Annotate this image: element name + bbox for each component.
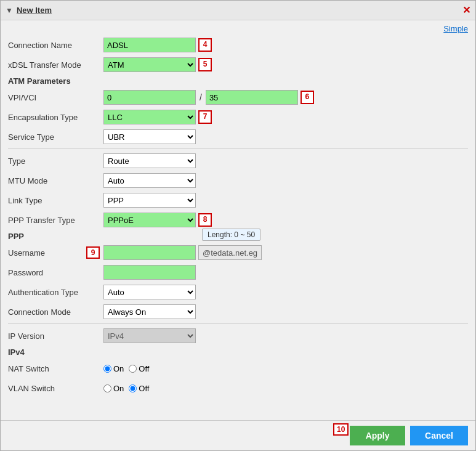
mtu-mode-select[interactable]: Auto Manual	[103, 173, 196, 188]
atm-params-title: ATM Parameters	[8, 76, 468, 86]
vci-input[interactable]	[206, 90, 298, 105]
step-badge-6: 6	[301, 91, 314, 104]
encapsulation-label: Encapsulation Type	[8, 113, 103, 122]
link-type-wrap: PPP IPoE	[103, 193, 196, 208]
vlan-off-radio[interactable]	[129, 384, 137, 392]
mtu-mode-row: MTU Mode Auto Manual	[8, 173, 468, 189]
encapsulation-wrap: LLC VC-Mux 7	[103, 110, 212, 124]
link-type-select[interactable]: PPP IPoE	[103, 193, 196, 208]
step-badge-4: 4	[198, 38, 212, 52]
ppp-transfer-row: PPP Transfer Type PPPoE PPPoA 8 Length: …	[8, 212, 468, 228]
ipv4-section-title: IPv4	[8, 347, 468, 357]
cancel-button[interactable]: Cancel	[410, 426, 468, 445]
mtu-mode-label: MTU Mode	[8, 176, 103, 185]
auth-type-wrap: Auto PAP CHAP MS-CHAP	[103, 285, 196, 299]
type-row: Type Route Bridge	[8, 153, 468, 169]
nat-switch-row: NAT Switch On Off	[8, 360, 468, 376]
password-wrap	[103, 265, 196, 280]
nat-off-text: Off	[139, 364, 149, 373]
vpi-input[interactable]	[103, 90, 196, 105]
username-input[interactable]	[103, 245, 196, 260]
vpi-vci-wrap: / 6	[103, 90, 314, 105]
footer-buttons: 10 Apply Cancel	[1, 420, 475, 450]
vpi-vci-label: VPI/VCI	[8, 93, 103, 102]
title-bar: ▼ New Item ✕	[1, 1, 475, 20]
connection-name-label: Connection Name	[8, 41, 103, 50]
step-badge-9: 9	[86, 246, 100, 259]
service-type-label: Service Type	[8, 132, 103, 142]
nat-off-radio[interactable]	[129, 365, 137, 373]
ppp-transfer-label: PPP Transfer Type	[8, 216, 103, 225]
encapsulation-row: Encapsulation Type LLC VC-Mux 7	[8, 109, 468, 125]
vpi-vci-slash: /	[198, 92, 203, 102]
nat-on-label[interactable]: On	[103, 364, 124, 373]
vlan-on-radio[interactable]	[103, 384, 111, 392]
auth-type-label: Authentication Type	[8, 288, 103, 297]
xdsl-transfer-mode-row: xDSL Transfer Mode ATM PTM 5	[8, 57, 468, 73]
vlan-switch-label: VLAN Switch	[8, 384, 103, 393]
divider-1	[8, 148, 468, 149]
vlan-off-label[interactable]: Off	[129, 384, 149, 393]
link-type-label: Link Type	[8, 196, 103, 205]
nat-off-label[interactable]: Off	[129, 364, 149, 373]
step-badge-5: 5	[198, 58, 212, 71]
xdsl-transfer-mode-label: xDSL Transfer Mode	[8, 60, 103, 70]
connection-name-wrap: 4	[103, 38, 212, 52]
collapse-arrow-icon[interactable]: ▼	[6, 6, 13, 15]
connection-mode-wrap: Always On Dial on Demand Manual	[103, 304, 196, 319]
link-type-row: Link Type PPP IPoE	[8, 192, 468, 208]
password-label: Password	[8, 268, 103, 277]
ip-version-label: IP Version	[8, 331, 103, 341]
ip-version-row: IP Version IPv4 IPv6 IPv4/IPv6	[8, 328, 468, 344]
vlan-off-text: Off	[139, 384, 149, 393]
nat-switch-label: NAT Switch	[8, 364, 103, 373]
vlan-on-text: On	[113, 384, 124, 393]
service-type-row: Service Type UBR CBR VBR-nrt VBR-rt	[8, 129, 468, 145]
title-bar-left: ▼ New Item	[6, 6, 52, 15]
connection-mode-row: Connection Mode Always On Dial on Demand…	[8, 304, 468, 320]
type-select[interactable]: Route Bridge	[103, 153, 196, 168]
username-suffix: @tedata.net.eg	[198, 245, 262, 260]
nat-on-radio[interactable]	[103, 365, 111, 373]
connection-name-row: Connection Name 4	[8, 37, 468, 53]
vlan-on-label[interactable]: On	[103, 384, 124, 393]
simple-link[interactable]: Simple	[1, 20, 475, 35]
nat-switch-group: On Off	[103, 364, 149, 373]
username-row: Username 9 @tedata.net.eg	[8, 245, 468, 261]
divider-2	[8, 323, 468, 324]
auth-type-row: Authentication Type Auto PAP CHAP MS-CHA…	[8, 284, 468, 300]
type-label: Type	[8, 156, 103, 166]
tooltip-length: Length: 0 ~ 50	[202, 229, 260, 241]
password-input[interactable]	[103, 265, 196, 280]
step-badge-10: 10	[333, 423, 349, 436]
xdsl-transfer-mode-wrap: ATM PTM 5	[103, 57, 212, 72]
main-window: ▼ New Item ✕ Simple Connection Name 4 xD…	[0, 0, 476, 451]
xdsl-transfer-mode-select[interactable]: ATM PTM	[103, 57, 196, 72]
step-badge-7: 7	[198, 110, 212, 124]
ip-version-wrap: IPv4 IPv6 IPv4/IPv6	[103, 328, 196, 343]
connection-mode-label: Connection Mode	[8, 307, 103, 317]
vpi-vci-inputs: /	[103, 90, 298, 105]
window-title[interactable]: New Item	[17, 6, 52, 15]
service-type-wrap: UBR CBR VBR-nrt VBR-rt	[103, 129, 196, 144]
close-button[interactable]: ✕	[462, 4, 470, 16]
username-wrap: 9 @tedata.net.eg	[103, 245, 262, 260]
vlan-switch-row: VLAN Switch On Off	[8, 380, 468, 396]
nat-on-text: On	[113, 364, 124, 373]
service-type-select[interactable]: UBR CBR VBR-nrt VBR-rt	[103, 129, 196, 144]
mtu-mode-wrap: Auto Manual	[103, 173, 196, 188]
type-wrap: Route Bridge	[103, 153, 196, 168]
connection-name-input[interactable]	[103, 38, 196, 52]
encapsulation-select[interactable]: LLC VC-Mux	[103, 110, 196, 124]
apply-button[interactable]: Apply	[350, 426, 405, 445]
auth-type-select[interactable]: Auto PAP CHAP MS-CHAP	[103, 285, 196, 299]
connection-mode-select[interactable]: Always On Dial on Demand Manual	[103, 304, 196, 319]
vpi-vci-row: VPI/VCI / 6	[8, 89, 468, 105]
ppp-transfer-select[interactable]: PPPoE PPPoA	[103, 213, 196, 227]
form-content: Connection Name 4 xDSL Transfer Mode ATM…	[1, 35, 475, 420]
password-row: Password	[8, 264, 468, 280]
ppp-transfer-wrap: PPPoE PPPoA 8 Length: 0 ~ 50	[103, 213, 212, 227]
ip-version-select[interactable]: IPv4 IPv6 IPv4/IPv6	[103, 328, 196, 343]
step-badge-8: 8	[198, 213, 212, 227]
vlan-switch-group: On Off	[103, 384, 149, 393]
